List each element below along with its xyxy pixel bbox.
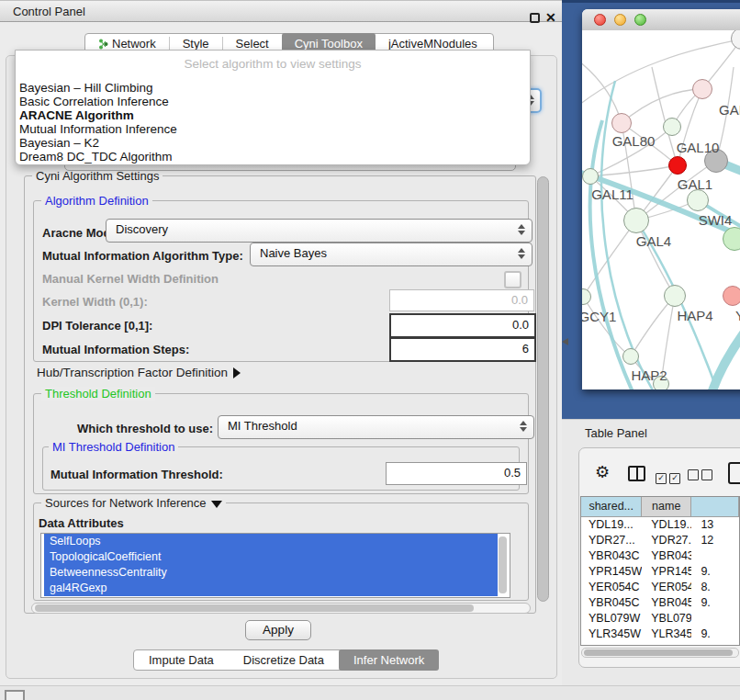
network-node-hap2[interactable] bbox=[622, 348, 639, 365]
table-row[interactable]: YBR043CYBR043C bbox=[581, 548, 739, 564]
node-label: GAL1 bbox=[662, 176, 728, 192]
algorithm-option[interactable]: Mutual Information Inference bbox=[19, 122, 177, 136]
column-header[interactable] bbox=[691, 497, 739, 517]
control-panel-titlebar: Control Panel bbox=[0, 0, 562, 22]
aracne-mode-combo[interactable]: Discovery bbox=[106, 219, 533, 243]
mi-steps-label: Mutual Information Steps: bbox=[42, 343, 189, 356]
combo-stepper-icon bbox=[520, 421, 527, 432]
network-view-window: GAL80 GAL10 GAL1 GAL11 SWI4 GAL4 GCY1 HA… bbox=[582, 9, 740, 390]
horizontal-scrollbar-thumb[interactable] bbox=[35, 604, 474, 612]
tab-discretize-data[interactable]: Discretize Data bbox=[229, 649, 339, 671]
expand-right-icon bbox=[233, 367, 241, 378]
network-node[interactable] bbox=[692, 79, 712, 99]
tab-impute-data[interactable]: Impute Data bbox=[134, 649, 229, 671]
bottom-strip bbox=[0, 685, 740, 700]
manual-kernel-checkbox[interactable] bbox=[504, 271, 521, 288]
algorithm-option[interactable]: Bayesian – K2 bbox=[19, 136, 99, 150]
close-button[interactable] bbox=[594, 14, 606, 26]
network-node-gal4[interactable] bbox=[623, 208, 649, 233]
sources-legend: Sources for Network Inference bbox=[41, 496, 226, 510]
document-icon[interactable] bbox=[728, 462, 740, 484]
manual-kernel-label: Manual Kernel Width Definition bbox=[42, 272, 219, 286]
table-row[interactable]: YBR045CYBR045C9. bbox=[581, 595, 739, 611]
algorithm-option-selected[interactable]: ARACNE Algorithm bbox=[19, 108, 134, 122]
network-node[interactable] bbox=[723, 286, 740, 306]
node-label: GAL4 bbox=[621, 233, 687, 249]
list-scrollbar-thumb[interactable] bbox=[499, 536, 507, 593]
gear-icon[interactable]: ⚙ bbox=[595, 464, 610, 480]
node-label: GAL80 bbox=[600, 133, 667, 149]
table-scrollbar-thumb[interactable] bbox=[584, 649, 733, 656]
network-node-selected[interactable] bbox=[668, 156, 687, 175]
data-attributes-list[interactable]: SelfLoops TopologicalCoefficient Between… bbox=[40, 533, 510, 598]
algorithm-definition-legend: Algorithm Definition bbox=[41, 194, 152, 208]
network-node-hap4[interactable] bbox=[664, 285, 686, 307]
table-row[interactable]: YDL19...YDL19...13 bbox=[581, 517, 739, 533]
mi-threshold-field[interactable]: 0.5 bbox=[386, 462, 527, 485]
collapse-down-icon[interactable] bbox=[211, 501, 222, 508]
clear-all-checkboxes-icon[interactable] bbox=[688, 468, 715, 484]
sources-legend-text: Sources for Network Inference bbox=[45, 496, 207, 510]
network-window-titlebar[interactable] bbox=[582, 9, 740, 31]
control-panel-title: Control Panel bbox=[13, 5, 85, 18]
screen: Control Panel ✕ Network Style Select Cyn… bbox=[0, 0, 740, 700]
mi-steps-field[interactable]: 6 bbox=[389, 337, 536, 362]
zoom-button[interactable] bbox=[634, 14, 646, 26]
algorithm-dropdown-list: Select algorithm to view settings Bayesi… bbox=[15, 50, 531, 165]
combo-stepper-icon bbox=[518, 248, 525, 259]
table-row[interactable]: YDR27...YDR27...12 bbox=[581, 533, 739, 548]
attribute-item[interactable]: SelfLoops bbox=[44, 534, 498, 549]
settings-horizontal-scrollbar[interactable] bbox=[31, 603, 531, 614]
columns-icon[interactable] bbox=[628, 466, 645, 481]
table-row[interactable]: YER054CYER054C8. bbox=[581, 580, 739, 595]
which-threshold-value: MI Threshold bbox=[228, 419, 297, 433]
mi-threshold-definition-legend: MI Threshold Definition bbox=[49, 440, 178, 454]
network-canvas[interactable]: GAL80 GAL10 GAL1 GAL11 SWI4 GAL4 GCY1 HA… bbox=[582, 30, 740, 390]
node-label: GAL10 bbox=[665, 140, 731, 155]
network-node-gal11[interactable] bbox=[582, 168, 599, 185]
column-header-name[interactable]: name bbox=[642, 497, 691, 517]
tab-network-label: Network bbox=[112, 37, 156, 51]
which-threshold-label: Which threshold to use: bbox=[77, 422, 213, 435]
select-all-checkboxes-icon[interactable]: ✓✓ bbox=[656, 468, 683, 484]
node-label: GAL11 bbox=[582, 186, 645, 202]
dpi-tolerance-field[interactable]: 0.0 bbox=[389, 313, 536, 338]
table-horizontal-scrollbar[interactable] bbox=[581, 648, 739, 658]
dropdown-placeholder: Select algorithm to view settings bbox=[16, 57, 530, 71]
minimize-button[interactable] bbox=[614, 14, 626, 26]
network-node-gal80[interactable] bbox=[611, 113, 632, 133]
apply-button[interactable]: Apply bbox=[245, 620, 311, 640]
mi-type-combo[interactable]: Naive Bayes bbox=[250, 243, 533, 266]
table-row[interactable]: YLR345WYLR345W9. bbox=[581, 627, 739, 642]
combo-stepper-icon bbox=[518, 224, 525, 235]
table-row[interactable]: YPR145WYPR145W9. bbox=[581, 564, 739, 580]
bottom-tabbar: Impute Data Discretize Data Infer Networ… bbox=[133, 649, 429, 671]
network-icon bbox=[98, 39, 108, 50]
algorithm-option[interactable]: Bayesian – Hill Climbing bbox=[19, 81, 153, 95]
network-node-gal1[interactable] bbox=[687, 189, 709, 211]
mouse-cursor bbox=[562, 338, 568, 345]
node-table[interactable]: shared... name YDL19...YDL19...13 YDR27.… bbox=[580, 496, 740, 646]
attribute-item[interactable]: TopologicalCoefficient bbox=[44, 549, 498, 565]
algorithm-option[interactable]: Dream8 DC_TDC Algorithm bbox=[19, 150, 173, 164]
network-node-swi4[interactable] bbox=[723, 227, 740, 251]
algorithm-option[interactable]: Basic Correlation Inference bbox=[19, 95, 169, 108]
minimized-panel-icon[interactable] bbox=[5, 690, 25, 700]
settings-group-title: Cyni Algorithm Settings bbox=[32, 169, 163, 183]
which-threshold-combo[interactable]: MI Threshold bbox=[218, 415, 534, 439]
float-window-icon[interactable] bbox=[530, 13, 540, 23]
attribute-item[interactable]: gal4RGexp bbox=[44, 581, 498, 596]
column-header-shared-name[interactable]: shared... bbox=[581, 497, 642, 517]
dpi-tolerance-label: DPI Tolerance [0,1]: bbox=[42, 319, 152, 333]
data-attributes-label: Data Attributes bbox=[39, 516, 124, 530]
table-row[interactable]: YJL052CYJL052C9 bbox=[581, 642, 739, 646]
hub-definition-expander[interactable]: Hub/Transcription Factor Definition bbox=[37, 366, 241, 379]
table-row[interactable]: YBL079WYBL079W bbox=[581, 611, 739, 627]
attribute-item[interactable]: BetweennessCentrality bbox=[44, 565, 498, 581]
settings-vertical-scrollbar[interactable] bbox=[537, 176, 549, 602]
hub-definition-label: Hub/Transcription Factor Definition bbox=[37, 366, 228, 379]
tab-infer-network[interactable]: Infer Network bbox=[339, 649, 439, 671]
close-icon[interactable]: ✕ bbox=[545, 10, 556, 25]
mi-type-value: Naive Bayes bbox=[260, 246, 327, 260]
kernel-width-label: Kernel Width (0,1): bbox=[42, 295, 148, 309]
